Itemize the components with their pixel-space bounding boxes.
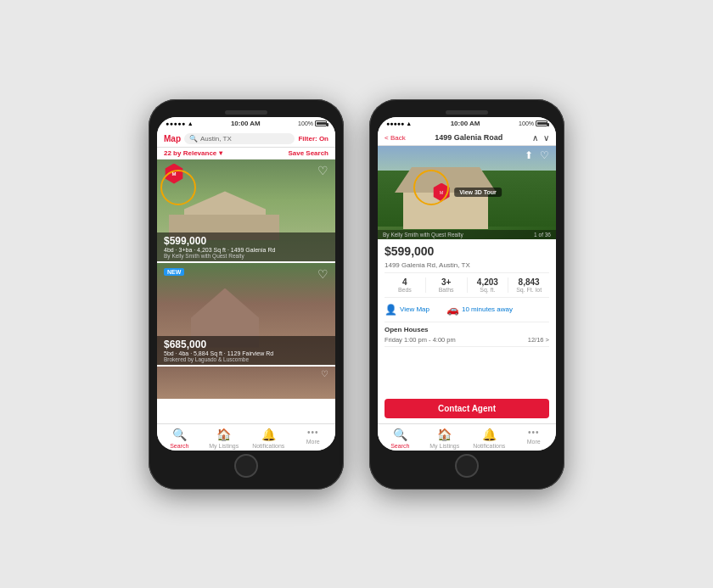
more-nav-icon-2: ••• <box>528 428 540 437</box>
matterport-hex-1: M <box>164 164 184 184</box>
up-arrow[interactable]: ∧ <box>532 133 538 143</box>
stat-beds: 4 Beds <box>385 277 426 293</box>
battery-pct-2: 100% <box>519 120 534 126</box>
back-button[interactable]: < Back <box>385 134 406 142</box>
signal-dots-1: ●●●●● <box>166 120 186 126</box>
search-nav-icon-1: 🔍 <box>172 428 187 441</box>
share-icon[interactable]: ⬆ <box>525 149 533 161</box>
open-house-time: Friday 1:00 pm - 4:00 pm <box>385 336 456 344</box>
open-house-date: 12/16 > <box>528 336 549 344</box>
matterport-badge-1: M <box>164 164 184 184</box>
map-button[interactable]: Map <box>164 134 181 143</box>
listings-nav-label-2: My Listings <box>429 443 459 449</box>
clock-2: 10:00 AM <box>451 120 480 127</box>
battery-area-2: 100% <box>519 120 547 126</box>
view-map-label: View Map <box>400 305 429 313</box>
listing-info-2: $685,000 5bd · 4ba · 5,884 Sq ft · 1129 … <box>157 336 335 365</box>
bell-nav-icon-1: 🔔 <box>261 428 276 441</box>
contact-agent-button[interactable]: Contact Agent <box>385 399 549 418</box>
status-signal-2: ●●●●● ▲ <box>386 120 412 126</box>
notifications-nav-label-1: Notifications <box>252 443 284 449</box>
drive-time-link[interactable]: 🚗 10 minutes away <box>446 304 513 316</box>
signal-dots-2: ●●●●● <box>386 120 404 126</box>
home-nav-icon-2: 🏠 <box>437 428 452 441</box>
sort-bar: 22 by Relevance ▾ Save Search <box>157 148 335 160</box>
nav-more-1[interactable]: ••• More <box>291 428 336 449</box>
nav-notifications-2[interactable]: 🔔 Notifications <box>467 428 512 449</box>
scene: ●●●●● ▲ 10:00 AM 100% Map 🔍 Austin, TX F… <box>132 82 581 507</box>
listing-details-2: 5bd · 4ba · 5,884 Sq ft · 1129 Fairview … <box>164 350 328 356</box>
map-person-icon: 👤 <box>385 304 397 316</box>
phone-screen-1: ●●●●● ▲ 10:00 AM 100% Map 🔍 Austin, TX F… <box>157 117 335 451</box>
property-stats: 4 Beds 3+ Baths 4,203 Sq. ft. 8,843 Sq. … <box>385 272 549 298</box>
nav-search-2[interactable]: 🔍 Search <box>378 428 423 449</box>
phone-speaker-1 <box>225 110 267 115</box>
baths-value: 3+ <box>426 277 467 287</box>
open-house-row[interactable]: Friday 1:00 pm - 4:00 pm 12/16 > <box>385 333 549 347</box>
sort-arrow: ▾ <box>219 149 222 157</box>
favorite-icon-1[interactable]: ♡ <box>317 164 328 177</box>
bell-nav-icon-2: 🔔 <box>482 428 497 441</box>
open-houses-title: Open Houses <box>385 326 549 333</box>
lot-label: Sq. Ft. lot <box>508 287 549 293</box>
wifi-icon-1: ▲ <box>188 120 194 126</box>
listing-card-3[interactable]: ♡ <box>157 365 335 399</box>
filter-button[interactable]: Filter: On <box>298 135 328 143</box>
status-bar-1: ●●●●● ▲ 10:00 AM 100% <box>157 117 335 131</box>
listing-info-1: $599,000 4bd · 3+ba · 4,203 Sq ft · 1499… <box>157 232 335 261</box>
wifi-icon-2: ▲ <box>406 120 412 126</box>
listing-card-1[interactable]: M ♡ $599,000 4bd · 3+ba · 4,203 Sq ft · … <box>157 160 335 261</box>
sort-label[interactable]: Relevance <box>183 149 217 157</box>
nav-notifications-1[interactable]: 🔔 Notifications <box>246 428 291 449</box>
detail-address: 1499 Galenia Rd, Austin, TX <box>385 261 549 269</box>
beds-value: 4 <box>385 277 425 287</box>
detail-body: $599,000 1499 Galenia Rd, Austin, TX 4 B… <box>378 239 556 423</box>
photo-counter: 1 of 36 <box>534 232 551 238</box>
search-bar[interactable]: 🔍 Austin, TX <box>184 133 295 144</box>
view-3d-label: View 3D Tour <box>454 188 502 197</box>
down-arrow[interactable]: ∨ <box>543 133 549 143</box>
beds-label: Beds <box>385 287 425 293</box>
listing-price-1: $599,000 <box>164 235 328 247</box>
detail-header: < Back 1499 Galenia Road ∧ ∨ <box>378 131 556 146</box>
search-nav-icon-2: 🔍 <box>393 428 407 441</box>
view-3d-button[interactable]: M View 3D Tour <box>432 183 502 202</box>
favorite-icon-2[interactable]: ♡ <box>317 267 328 281</box>
detail-photo-icons: ⬆ ♡ <box>525 149 549 161</box>
photo-credit-bar: By Kelly Smith with Quest Realty 1 of 36 <box>378 230 556 239</box>
save-search-button[interactable]: Save Search <box>288 149 328 157</box>
nav-listings-2[interactable]: 🏠 My Listings <box>423 428 468 449</box>
phone-1: ●●●●● ▲ 10:00 AM 100% Map 🔍 Austin, TX F… <box>149 99 344 490</box>
home-button-1[interactable] <box>234 454 258 478</box>
sort-text: 22 by Relevance ▾ <box>164 149 222 157</box>
search-nav-label-1: Search <box>170 443 188 449</box>
listing-agent-1: By Kelly Smith with Quest Realty <box>164 253 328 259</box>
result-count: 22 by <box>164 149 181 157</box>
view-map-link[interactable]: 👤 View Map <box>385 304 429 316</box>
home-button-2[interactable] <box>455 454 479 478</box>
detail-page-title: 1499 Galenia Road <box>435 133 502 142</box>
search-icon: 🔍 <box>189 135 198 143</box>
favorite-icon-detail[interactable]: ♡ <box>540 149 549 161</box>
more-nav-label-1: More <box>306 439 320 445</box>
drive-time-label: 10 minutes away <box>462 305 513 313</box>
search-text: Austin, TX <box>200 135 232 143</box>
search-nav-label-2: Search <box>390 443 409 449</box>
stat-baths: 3+ Baths <box>426 277 468 293</box>
clock-1: 10:00 AM <box>231 120 261 127</box>
battery-area-1: 100% <box>298 120 327 126</box>
favorite-icon-3[interactable]: ♡ <box>321 369 328 378</box>
phone-screen-2: ●●●●● ▲ 10:00 AM 100% < Back 1499 Galeni… <box>378 117 556 451</box>
nav-search-1[interactable]: 🔍 Search <box>157 428 202 449</box>
listing-agent-2: Brokered by Laguado & Luscombe <box>164 356 328 362</box>
listing-card-2[interactable]: NEW ♡ $685,000 5bd · 4ba · 5,884 Sq ft ·… <box>157 261 335 365</box>
stat-lot: 8,843 Sq. Ft. lot <box>508 277 549 293</box>
nav-listings-1[interactable]: 🏠 My Listings <box>202 428 247 449</box>
nav-more-2[interactable]: ••• More <box>512 428 557 449</box>
baths-label: Baths <box>426 287 467 293</box>
sqft-label: Sq. ft. <box>468 287 508 293</box>
battery-icon-2 <box>536 120 547 126</box>
more-nav-icon-1: ••• <box>307 428 319 437</box>
photo-credit-text: By Kelly Smith with Quest Realty <box>383 232 463 238</box>
search-header: Map 🔍 Austin, TX Filter: On <box>157 131 335 148</box>
